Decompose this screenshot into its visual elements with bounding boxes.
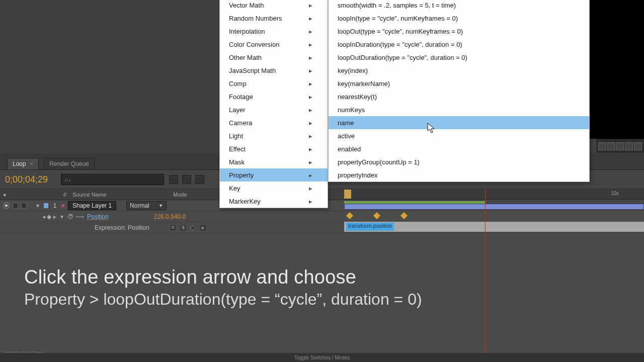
menu-item-label: Light — [229, 132, 243, 140]
menu-item-label: Footage — [229, 93, 253, 101]
twirl-icon[interactable]: ▾ — [60, 213, 65, 220]
preview-toolbar — [596, 139, 644, 153]
keyframe-icon[interactable] — [346, 212, 353, 219]
source-name-column[interactable]: Source Name — [69, 192, 170, 198]
tab-loop[interactable]: Loop × — [7, 158, 39, 169]
chevron-right-icon: ▸ — [309, 15, 312, 22]
label-color-swatch[interactable] — [44, 203, 48, 208]
menu-item-label: active — [338, 132, 355, 140]
toolbar-icon[interactable] — [598, 142, 606, 150]
toggle-switches-button[interactable]: Toggle Switches / Modes — [0, 353, 644, 362]
menu-item[interactable]: Random Numbers▸ — [220, 12, 328, 25]
menu-item[interactable]: Key▸ — [220, 182, 328, 195]
menu-item[interactable]: propertyIndex — [329, 168, 589, 182]
menu-item[interactable]: key(index) — [329, 64, 589, 77]
chevron-right-icon: ▸ — [309, 93, 312, 101]
menu-item[interactable]: propertyGroup(countUp = 1) — [329, 155, 589, 168]
shape-icon: ★ — [60, 202, 66, 209]
menu-item[interactable]: smooth(width = .2, samples = 5, t = time… — [329, 0, 589, 12]
menu-item[interactable]: Vector Math▸ — [220, 0, 328, 12]
search-input[interactable] — [71, 176, 160, 183]
menu-item[interactable]: MarkerKey▸ — [220, 195, 328, 208]
menu-item[interactable]: Footage▸ — [220, 90, 328, 103]
menu-item[interactable]: Comp▸ — [220, 77, 328, 90]
chevron-right-icon: ▸ — [309, 80, 312, 87]
chevron-right-icon: ▸ — [309, 106, 312, 114]
expression-pickwhip-icon[interactable]: ⟿ — [75, 213, 84, 220]
expression-enable-icon[interactable]: = — [170, 224, 177, 231]
menu-item[interactable]: Layer▸ — [220, 103, 328, 116]
property-value[interactable]: 226.0,540.0 — [154, 213, 186, 220]
toolbar-icon[interactable] — [634, 142, 642, 150]
menu-item[interactable]: Property▸ — [220, 168, 328, 182]
menu-item-label: Vector Math — [229, 2, 264, 9]
toolbar-icon[interactable] — [625, 142, 633, 150]
expression-text-field[interactable]: transform.position — [344, 222, 644, 232]
time-ruler[interactable]: 10s — [344, 190, 644, 200]
header-icon[interactable] — [182, 175, 191, 184]
stopwatch-icon[interactable]: ⏱ — [67, 213, 73, 220]
lock-column-icon — [33, 192, 40, 198]
lock-toggle[interactable] — [21, 203, 27, 209]
menu-item[interactable]: active — [329, 129, 589, 142]
menu-item[interactable]: key(markerName) — [329, 77, 589, 90]
menu-item-label: Layer — [229, 106, 246, 114]
menu-item[interactable]: Effect▸ — [220, 142, 328, 155]
header-icon[interactable] — [195, 175, 204, 184]
keyframe-icon[interactable] — [373, 212, 380, 219]
expression-property-submenu[interactable]: smooth(width = .2, samples = 5, t = time… — [328, 0, 590, 182]
menu-item[interactable]: Camera▸ — [220, 116, 328, 129]
menu-item[interactable]: loopOut(type = "cycle", numKeyframes = 0… — [329, 25, 589, 38]
expression-text-selection: transform.position — [346, 223, 394, 231]
toolbar-icon[interactable] — [616, 142, 624, 150]
layer-name[interactable]: Shape Layer 1 — [68, 201, 116, 210]
blend-mode-dropdown[interactable]: Normal ▼ — [126, 201, 167, 210]
menu-item[interactable]: numKeys — [329, 103, 589, 116]
menu-item-label: Color Conversion — [229, 41, 279, 48]
expression-pickwhip-icon[interactable]: ◯ — [190, 224, 197, 231]
hash-column: # — [60, 192, 69, 198]
layer-duration-bar[interactable] — [344, 204, 644, 210]
chevron-right-icon: ▸ — [309, 54, 312, 61]
property-name[interactable]: Position — [87, 213, 109, 220]
menu-item[interactable]: Interpolation▸ — [220, 25, 328, 38]
close-icon[interactable]: × — [30, 160, 33, 167]
toolbar-icon[interactable] — [607, 142, 615, 150]
current-time-indicator[interactable] — [485, 190, 486, 362]
chevron-right-icon: ▸ — [309, 171, 312, 179]
expression-graph-icon[interactable]: ↯ — [180, 224, 187, 231]
menu-item-label: Comp — [229, 80, 247, 87]
expression-language-menu-icon[interactable]: ▸ — [200, 224, 207, 231]
current-timecode[interactable]: 0;00;04;29 — [5, 175, 48, 184]
menu-item[interactable]: loopOutDuration(type = "cycle", duration… — [329, 51, 589, 64]
menu-item[interactable]: loopInDuration(type = "cycle", duration … — [329, 38, 589, 51]
menu-item[interactable]: enabled — [329, 142, 589, 155]
menu-item-label: name — [338, 119, 354, 127]
visibility-toggle-icon[interactable] — [3, 202, 10, 209]
solo-toggle[interactable] — [13, 203, 18, 209]
keyframe-lane[interactable] — [344, 211, 644, 222]
menu-item[interactable]: loopIn(type = "cycle", numKeyframes = 0) — [329, 12, 589, 25]
chevron-right-icon: ▸ — [309, 28, 312, 35]
menu-item[interactable]: JavaScript Math▸ — [220, 64, 328, 77]
timeline-search[interactable]: ⌕▾ — [61, 174, 164, 185]
menu-item[interactable]: Mask▸ — [220, 155, 328, 168]
timeline-track-area[interactable]: 10s transform.position — [344, 190, 644, 222]
playhead-indicator[interactable] — [344, 190, 351, 199]
chevron-right-icon: ▸ — [309, 119, 312, 127]
tab-render-queue[interactable]: Render Queue — [44, 158, 95, 169]
twirl-icon[interactable]: ▾ — [36, 202, 41, 209]
chevron-right-icon: ▸ — [309, 145, 312, 153]
menu-item[interactable]: nearestKey(t) — [329, 90, 589, 103]
menu-item-label: loopOut(type = "cycle", numKeyframes = 0… — [338, 28, 463, 35]
layer-bar-lane[interactable] — [344, 200, 644, 211]
expression-category-menu[interactable]: Vector Math▸Random Numbers▸Interpolation… — [219, 0, 328, 208]
menu-item[interactable]: Light▸ — [220, 129, 328, 142]
menu-item[interactable]: name — [329, 116, 589, 129]
menu-item[interactable]: Color Conversion▸ — [220, 38, 328, 51]
menu-item-label: enabled — [338, 145, 361, 153]
menu-item[interactable]: Other Math▸ — [220, 51, 328, 64]
keyframe-icon[interactable] — [400, 212, 408, 219]
header-icon[interactable] — [169, 175, 178, 184]
keyframe-navigator[interactable]: ◂ ◆ ▸ — [42, 213, 60, 220]
